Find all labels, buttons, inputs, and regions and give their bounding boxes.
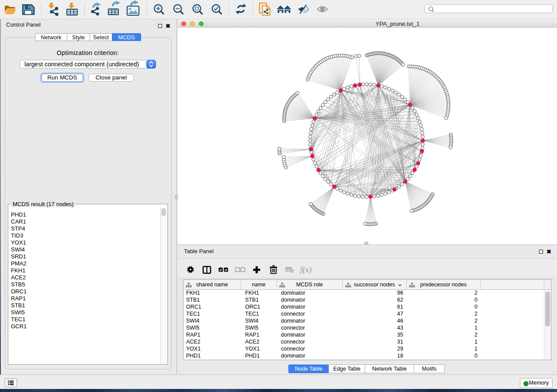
svg-text:f(x): f(x): [300, 265, 311, 275]
